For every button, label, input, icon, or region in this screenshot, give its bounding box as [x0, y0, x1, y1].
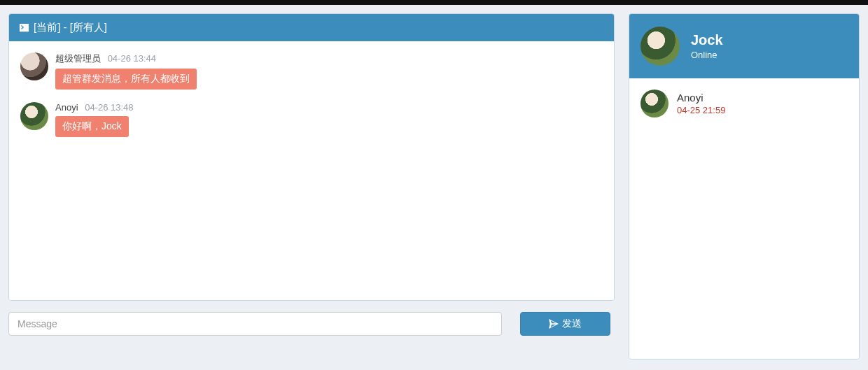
message-sender: 超级管理员 [55, 53, 101, 64]
message-bubble: 超管群发消息，所有人都收到 [55, 69, 197, 90]
paper-plane-icon [549, 319, 559, 329]
message-meta: 超级管理员 04-26 13:44 [55, 52, 156, 65]
profile-header-text: Jock Online [691, 32, 723, 60]
chat-message: 超级管理员 04-26 13:44 超管群发消息，所有人都收到 [20, 52, 603, 90]
right-column: Jock Online Anoyi 04-25 21:59 [629, 13, 860, 360]
chat-panel: [当前] - [所有人] 超级管理员 04-26 13:44 超管群发消息，所有… [8, 13, 615, 301]
send-button-label: 发送 [562, 318, 582, 330]
message-meta: Anoyi 04-26 13:48 [55, 102, 134, 113]
avatar [640, 90, 668, 118]
contact-item[interactable]: Anoyi 04-25 21:59 [640, 87, 848, 120]
message-content: 超级管理员 04-26 13:44 超管群发消息，所有人都收到 [55, 52, 197, 90]
profile-status: Online [691, 50, 723, 60]
message-sender: Anoyi [55, 102, 78, 113]
message-time: 04-26 13:44 [108, 53, 156, 64]
message-time: 04-26 13:48 [85, 102, 133, 113]
message-input[interactable] [8, 312, 502, 336]
composer-row: 发送 [8, 312, 615, 336]
contact-time: 04-25 21:59 [677, 105, 725, 115]
profile-header: Jock Online [629, 14, 859, 78]
contact-list: Anoyi 04-25 21:59 [629, 78, 859, 359]
chat-message: Anoyi 04-26 13:48 你好啊，Jock [20, 102, 603, 137]
message-content: Anoyi 04-26 13:48 你好啊，Jock [55, 102, 134, 137]
message-bubble: 你好啊，Jock [55, 116, 129, 137]
contact-name: Anoyi [677, 92, 725, 104]
send-button[interactable]: 发送 [520, 312, 610, 336]
chat-header-title: [当前] - [所有人] [34, 21, 107, 34]
layout-container: [当前] - [所有人] 超级管理员 04-26 13:44 超管群发消息，所有… [0, 5, 868, 368]
avatar [20, 102, 48, 130]
left-column: [当前] - [所有人] 超级管理员 04-26 13:44 超管群发消息，所有… [8, 13, 615, 360]
chat-message-list[interactable]: 超级管理员 04-26 13:44 超管群发消息，所有人都收到 Anoyi 04… [9, 41, 614, 300]
contact-info: Anoyi 04-25 21:59 [677, 92, 725, 115]
profile-avatar [640, 27, 680, 66]
chat-panel-header: [当前] - [所有人] [9, 14, 614, 41]
profile-panel: Jock Online Anoyi 04-25 21:59 [629, 13, 860, 360]
terminal-icon [19, 22, 29, 33]
app-topbar [0, 0, 868, 5]
avatar [20, 52, 48, 80]
profile-name: Jock [691, 32, 723, 48]
